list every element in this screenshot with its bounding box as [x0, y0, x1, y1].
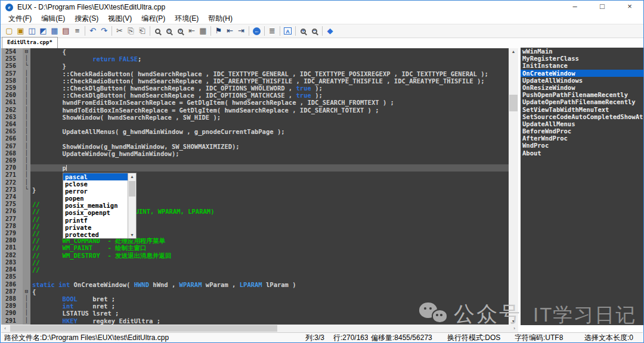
save-as-icon[interactable]: ◩	[38, 26, 49, 36]
fold-margin[interactable]: │	[23, 172, 30, 179]
fold-margin[interactable]	[23, 230, 30, 237]
fold-margin[interactable]	[23, 208, 30, 215]
code-line[interactable]: 289│ int nret ;	[1, 303, 509, 310]
code-line[interactable]: 282// WM_DESTROY - 发送退出消息并返回	[1, 252, 509, 259]
autocomplete-item[interactable]: printf	[63, 217, 128, 224]
code-line[interactable]: 266│	[1, 135, 509, 142]
code-line[interactable]: 291│ HKEY regkey_EditUltra ;	[1, 317, 509, 325]
function-list-item[interactable]: AfterWndProc	[521, 135, 643, 142]
code-line[interactable]: 258│ ::CheckRadioButton( hwndSearchRepla…	[1, 77, 509, 85]
code-line[interactable]: 287⊟{	[1, 288, 509, 295]
menu-item[interactable]: 环境(E)	[170, 14, 203, 24]
go-back-icon[interactable]: ←	[251, 26, 262, 36]
code-line[interactable]: 262│ hwndToEditBoxInSearchReplace = GetD…	[1, 107, 509, 114]
maximize-button[interactable]: □	[589, 1, 616, 14]
fold-margin[interactable]	[23, 201, 30, 208]
goto-icon[interactable]: ⇤	[186, 26, 197, 36]
function-list-item[interactable]: PushOpenPathFilenameRecently	[521, 91, 643, 98]
fold-margin[interactable]	[23, 273, 30, 280]
fold-margin[interactable]	[23, 194, 30, 201]
new-file-icon[interactable]: ▢	[4, 26, 15, 36]
code-line[interactable]: 254⊟ {	[1, 48, 509, 55]
bookmark-next-icon[interactable]: ⇥	[236, 26, 247, 36]
code-line[interactable]: 285	[1, 273, 509, 280]
fold-margin[interactable]: │	[23, 135, 30, 142]
line-mode-icon[interactable]: ≣	[267, 26, 278, 36]
fold-margin[interactable]: │	[23, 55, 30, 63]
cut-icon[interactable]: ✂	[114, 26, 125, 36]
code-line[interactable]: 260│ ::CheckDlgButton( hwndSearchReplace…	[1, 92, 509, 99]
close-file-icon[interactable]: ▤	[60, 26, 72, 36]
scroll-down-icon[interactable]: ▼	[128, 232, 136, 238]
fold-margin[interactable]: │	[23, 70, 30, 77]
code-line[interactable]: 286static int OnCreateWindow( HWND hWnd …	[1, 281, 509, 288]
function-list-item[interactable]: wWinMain	[521, 48, 643, 55]
fold-margin[interactable]: │	[23, 150, 30, 157]
zoom-in-icon[interactable]: +	[298, 26, 309, 36]
scroll-down-icon[interactable]: ▼	[509, 318, 518, 325]
autocomplete-item[interactable]: perror	[63, 188, 128, 195]
code-line[interactable]: 269│	[1, 157, 509, 164]
scrollbar-thumb[interactable]	[129, 181, 135, 197]
autocomplete-scrollbar[interactable]: ▲ ▼	[128, 173, 136, 238]
function-list-item[interactable]: InitInstance	[521, 62, 643, 69]
bookmark-toggle-icon[interactable]: ⚑	[213, 26, 224, 36]
find-prev-icon[interactable]: ‹	[163, 26, 175, 36]
function-list-item[interactable]: MyRegisterClass	[521, 55, 643, 62]
autocomplete-item[interactable]: popen	[63, 195, 128, 202]
fold-margin[interactable]: │	[23, 121, 30, 128]
fold-margin[interactable]	[23, 223, 30, 230]
autocomplete-item[interactable]: posix_openpt	[63, 209, 128, 216]
function-list-item[interactable]: OnCreateWindow	[521, 70, 643, 77]
fold-margin[interactable]	[23, 244, 30, 251]
menu-item[interactable]: 文件(F)	[4, 14, 36, 24]
editor-vertical-scrollbar[interactable]: ▲ ▼	[509, 48, 518, 325]
function-list-item[interactable]: UpdateAllMenus	[521, 120, 643, 127]
copy-icon[interactable]: ⎘	[125, 26, 137, 36]
code-line[interactable]: 256└ }	[1, 63, 509, 70]
fold-margin[interactable]: │	[23, 179, 30, 186]
undo-icon[interactable]: ↶	[87, 26, 98, 36]
fold-margin[interactable]: │	[23, 99, 30, 106]
function-list-item[interactable]: OnResizeWindow	[521, 84, 643, 91]
scroll-right-icon[interactable]: ›	[510, 325, 518, 332]
fold-margin[interactable]: │	[23, 107, 30, 114]
zoom-out-icon[interactable]: −	[309, 26, 320, 36]
code-line[interactable]: 255│ return FALSE;	[1, 55, 509, 63]
tab-editultra[interactable]: EditUltra.cpp*	[2, 37, 58, 49]
code-line[interactable]: 281// WM_PAINT - 绘制主窗口	[1, 244, 509, 251]
fold-margin[interactable]: └	[23, 63, 30, 70]
syntax-highlight-icon[interactable]: A	[282, 26, 293, 36]
fold-margin[interactable]: │	[23, 114, 30, 121]
paste-icon[interactable]: ⎗	[137, 26, 148, 36]
code-line[interactable]: 259│ ::CheckDlgButton( hwndSearchReplace…	[1, 85, 509, 92]
save-icon[interactable]: ◫	[26, 26, 38, 36]
menu-item[interactable]: 编辑(E)	[36, 14, 70, 24]
editor-horizontal-scrollbar[interactable]: ‹ ›	[1, 325, 518, 332]
bookmark-prev-icon[interactable]: ⇤	[224, 26, 236, 36]
fold-margin[interactable]: │	[23, 77, 30, 85]
code-line[interactable]: 284//	[1, 266, 509, 273]
fold-margin[interactable]: └	[23, 186, 30, 194]
code-line[interactable]: 283//	[1, 259, 509, 266]
fold-margin[interactable]	[23, 259, 30, 266]
fold-margin[interactable]: ⊟	[23, 48, 30, 55]
function-list-item[interactable]: About	[521, 149, 643, 157]
fold-margin[interactable]: │	[23, 295, 30, 303]
about-icon[interactable]: ◆	[324, 26, 336, 36]
menu-item[interactable]: 视图(V)	[103, 14, 137, 24]
autocomplete-item[interactable]: protected	[63, 231, 128, 238]
find-next-icon[interactable]: ›	[175, 26, 186, 36]
fold-margin[interactable]	[23, 237, 30, 244]
code-line[interactable]: 290│ LSTATUS lsret ;	[1, 310, 509, 317]
autocomplete-item[interactable]: posix_memalign	[63, 202, 128, 209]
function-list-item[interactable]: UpdateOpenPathFilenameRecently	[521, 98, 643, 105]
fold-margin[interactable]: │	[23, 85, 30, 92]
fold-margin[interactable]: │	[23, 143, 30, 150]
fold-margin[interactable]	[23, 252, 30, 259]
fold-margin[interactable]	[23, 281, 30, 288]
function-list-item[interactable]: UpdateAllWindows	[521, 77, 643, 84]
scrollbar-thumb[interactable]	[10, 325, 277, 332]
fold-margin[interactable]	[23, 216, 30, 223]
function-list-item[interactable]: SetViewTabWidthMenuText	[521, 106, 643, 113]
